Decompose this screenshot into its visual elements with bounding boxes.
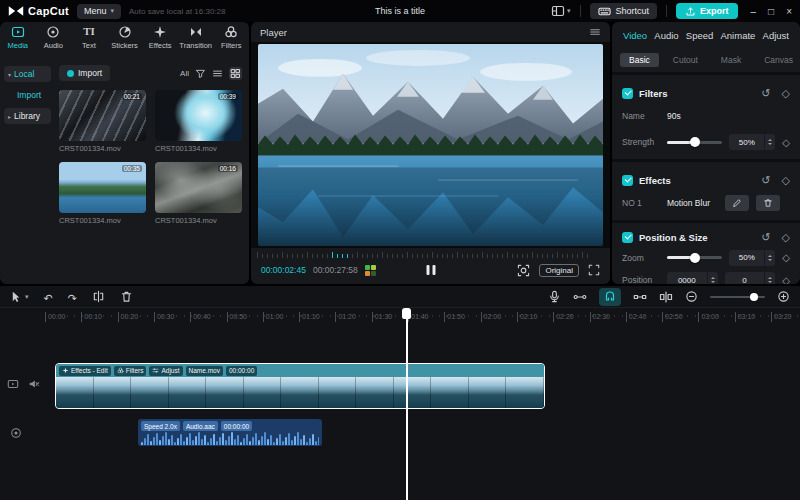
grid-view-icon[interactable] [229,67,242,80]
link-icon[interactable] [633,290,647,304]
list-view-icon[interactable] [212,68,223,79]
fullscreen-icon[interactable] [588,264,600,276]
media-grid: 00:21CRST001334.mov00:39CRST001334.mov00… [59,90,242,225]
keyframe-icon[interactable]: ◇ [782,175,790,186]
media-item[interactable]: 00:21CRST001334.mov [59,90,146,153]
funnel-icon[interactable] [195,68,206,79]
keyframe-icon[interactable]: ◇ [782,252,790,263]
tab-video[interactable]: Video [623,30,647,41]
sidebar-item-local[interactable]: ▾Local [4,66,51,82]
keyframe-icon[interactable]: ◇ [782,137,790,148]
media-thumbnail[interactable]: 00:39 [155,90,242,141]
subtab-mask[interactable]: Mask [712,53,750,67]
reset-icon[interactable]: ↺ [761,88,770,99]
shortcut-button[interactable]: Shortcut [590,3,658,19]
tab-stickers[interactable]: Stickers [107,25,143,59]
video-clip[interactable]: Effects - EditFiltersAdjustName.mov00:00… [55,363,545,409]
media-thumbnail[interactable]: 00:21 [59,90,146,141]
select-tool[interactable]: ▾ [10,290,29,303]
strength-slider[interactable] [667,141,722,144]
subtab-canvas[interactable]: Canvas [755,53,800,67]
snapshot-icon[interactable] [517,264,530,277]
timeline-zoom-slider[interactable] [710,296,765,298]
menu-button[interactable]: Menu ▾ [77,4,121,19]
zoom-in-icon[interactable] [777,290,790,303]
zoom-slider[interactable] [667,256,722,259]
split-button[interactable] [92,290,105,303]
playhead-handle[interactable] [402,308,411,319]
position-x-box[interactable]: 0000 [667,272,718,284]
waveform-bar [171,435,173,445]
player-scrubber[interactable] [257,248,604,258]
playhead[interactable] [402,308,411,500]
zoom-value-box[interactable]: 50% [729,250,775,266]
tab-audio[interactable]: Audio [36,25,72,59]
mute-icon[interactable] [28,378,40,390]
media-thumbnail[interactable]: 00:16 [155,162,242,213]
mic-icon[interactable] [548,290,561,303]
tab-text[interactable]: TIText [71,25,107,59]
position-x-stepper[interactable] [707,272,718,284]
effects-icon [62,367,69,374]
layout-icon[interactable]: ▾ [551,4,571,18]
timeline-ruler[interactable]: 00:0000:1000:2000:3000:4000:5001:0001:10… [0,308,800,326]
tab-audio[interactable]: Audio [654,30,678,41]
pause-button[interactable] [426,265,435,275]
zoom-stepper[interactable] [764,250,775,266]
subtab-cutout[interactable]: Cutout [664,53,707,67]
media-item[interactable]: 00:35CRST001334.mov [59,162,146,225]
ruler-label: 00:40 [190,312,211,322]
keyframe-icon[interactable]: ◇ [782,88,790,99]
hamburger-icon[interactable] [589,26,601,38]
tab-transition[interactable]: Transition [178,25,214,59]
video-clip-filmstrip [56,377,544,408]
strength-value-box[interactable]: 50% [729,134,775,150]
tab-adjust[interactable]: Adjust [763,30,789,41]
close-button[interactable]: × [786,6,792,17]
tab-speed[interactable]: Speed [686,30,713,41]
tab-media[interactable]: Media [0,25,36,59]
delete-button[interactable] [120,290,133,303]
undo-button[interactable]: ↶ [44,288,53,306]
media-thumbnail[interactable]: 00:35 [59,162,146,213]
position-y-stepper[interactable] [764,272,775,284]
quality-selector[interactable]: Original [539,264,579,277]
sidebar-label: Library [14,111,40,121]
media-item[interactable]: 00:39CRST001334.mov [155,90,242,153]
import-button[interactable]: Import [59,65,110,81]
video-track-icon[interactable] [7,378,19,390]
zoom-slider-knob[interactable] [750,293,758,301]
sidebar-item-library[interactable]: ▸Library [4,108,51,124]
effects-checkbox[interactable] [622,175,633,186]
magnet-icon[interactable] [599,288,621,306]
export-button[interactable]: Export [676,3,738,19]
tab-effects[interactable]: Effects [142,25,178,59]
minimize-button[interactable]: – [751,6,757,17]
filters-checkbox[interactable] [622,88,633,99]
delete-effect-button[interactable] [756,195,780,211]
video-preview[interactable] [251,42,610,248]
media-item[interactable]: 00:16CRST001334.mov [155,162,242,225]
sidebar-item-import[interactable]: Import [4,87,51,103]
edit-effect-button[interactable] [725,195,749,211]
filter-all-label[interactable]: All [180,69,189,78]
strength-stepper[interactable] [764,134,775,150]
quality-icon[interactable] [365,265,376,276]
reset-icon[interactable]: ↺ [761,232,770,243]
redo-button[interactable]: ↷ [68,288,77,306]
keyframe-icon[interactable]: ◇ [782,232,790,243]
tab-filters[interactable]: Filters [213,25,249,59]
subtab-basic[interactable]: Basic [620,53,659,67]
maximize-button[interactable]: □ [768,6,774,17]
reset-icon[interactable]: ↺ [761,175,770,186]
keyframe-icon[interactable]: ◇ [782,275,790,285]
position-checkbox[interactable] [622,232,633,243]
audio-track-icon[interactable] [10,427,22,439]
zoom-out-icon[interactable] [685,290,698,303]
position-y-box[interactable]: 0 [725,272,776,284]
tab-animate[interactable]: Animate [721,30,756,41]
divide-icon[interactable] [659,290,673,304]
snap-icon[interactable] [573,290,587,304]
audio-clip[interactable]: Speed 2.0xAudio.aac00:00:00 [138,419,322,446]
export-label: Export [700,6,729,16]
